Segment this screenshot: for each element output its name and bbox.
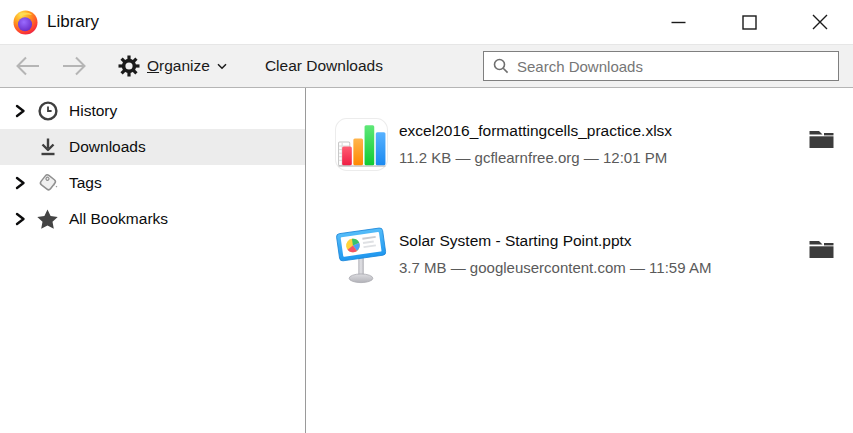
search-box[interactable] <box>483 51 839 81</box>
download-details: 11.2 KB — gcflearnfree.org — 12:01 PM <box>399 149 672 166</box>
library-sidebar: History Downloads <box>0 88 306 433</box>
tag-icon <box>35 171 60 195</box>
clock-icon <box>35 100 60 122</box>
download-texts: Solar System - Starting Point.pptx 3.7 M… <box>399 232 711 276</box>
library-main: History Downloads <box>0 88 853 433</box>
close-icon <box>812 14 828 30</box>
gear-icon <box>118 55 140 77</box>
close-button[interactable] <box>800 0 840 44</box>
sidebar-item-label: History <box>69 102 117 120</box>
keynote-icon <box>334 224 388 284</box>
forward-arrow-icon <box>61 55 88 77</box>
star-icon <box>35 208 60 231</box>
maximize-icon <box>742 15 757 30</box>
numbers-chart-icon <box>334 114 388 174</box>
forward-button[interactable] <box>61 55 88 77</box>
minimize-button[interactable] <box>658 0 698 44</box>
show-in-folder-button[interactable] <box>804 232 838 266</box>
maximize-button[interactable] <box>729 0 769 44</box>
sidebar-item-all-bookmarks[interactable]: All Bookmarks <box>0 201 305 237</box>
show-in-folder-button[interactable] <box>804 122 838 156</box>
download-details: 3.7 MB — googleusercontent.com — 11:59 A… <box>399 259 711 276</box>
window-controls <box>658 0 840 44</box>
back-button[interactable] <box>14 55 41 77</box>
download-filename: excel2016_formattingcells_practice.xlsx <box>399 122 672 140</box>
library-toolbar: Organize Clear Downloads <box>0 44 853 88</box>
download-row[interactable]: Solar System - Starting Point.pptx 3.7 M… <box>334 222 838 286</box>
sidebar-item-downloads[interactable]: Downloads <box>0 129 305 165</box>
expand-chevron-icon[interactable] <box>13 211 35 227</box>
expand-chevron-icon[interactable] <box>13 103 35 119</box>
sidebar-item-history[interactable]: History <box>0 93 305 129</box>
folder-icon <box>808 239 835 260</box>
download-row[interactable]: excel2016_formattingcells_practice.xlsx … <box>334 112 838 176</box>
back-arrow-icon <box>14 55 41 77</box>
window-title: Library <box>47 12 99 32</box>
download-filename: Solar System - Starting Point.pptx <box>399 232 711 250</box>
search-icon <box>493 58 509 74</box>
organize-label: Organize <box>147 57 210 75</box>
sidebar-item-label: All Bookmarks <box>69 210 168 228</box>
firefox-logo-icon <box>13 10 38 35</box>
download-icon <box>35 136 60 158</box>
clear-downloads-button[interactable]: Clear Downloads <box>265 57 383 75</box>
download-texts: excel2016_formattingcells_practice.xlsx … <box>399 122 672 166</box>
search-input[interactable] <box>517 58 829 75</box>
expand-chevron-icon[interactable] <box>13 175 35 191</box>
minimize-icon <box>671 15 686 30</box>
sidebar-item-label: Downloads <box>69 138 146 156</box>
downloads-list: excel2016_formattingcells_practice.xlsx … <box>306 88 853 433</box>
chevron-down-icon <box>217 63 227 70</box>
sidebar-item-label: Tags <box>69 174 102 192</box>
sidebar-item-tags[interactable]: Tags <box>0 165 305 201</box>
title-bar: Library <box>0 0 853 44</box>
folder-icon <box>808 129 835 150</box>
organize-menu-button[interactable]: Organize <box>118 55 227 77</box>
